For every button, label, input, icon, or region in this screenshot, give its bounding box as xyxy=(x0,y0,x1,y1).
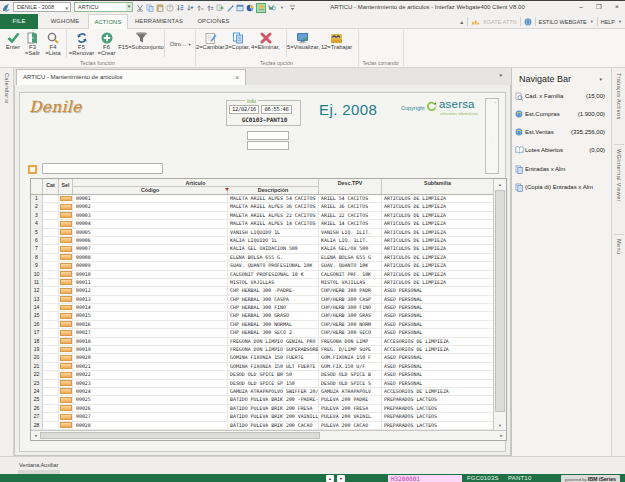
cell-desctpv[interactable]: CHP/HERB 300 SECO xyxy=(319,329,382,336)
edit-tools-icon[interactable] xyxy=(226,3,234,12)
filter-input[interactable] xyxy=(42,163,163,174)
ribbon-button-f3-salir[interactable]: F3 =Salir xyxy=(23,31,42,57)
sel-input[interactable] xyxy=(60,414,72,420)
command-combobox[interactable]: ARTICU ▼ xyxy=(74,2,133,12)
sel-input[interactable] xyxy=(60,347,72,353)
cell-descripcion[interactable]: MALETA ARIEL ALPES 14 CACITOS xyxy=(228,220,319,227)
cell-cat[interactable] xyxy=(43,237,59,244)
table-row[interactable]: 2200022DESOD OLD SPICE BR 50DESOD OLD SP… xyxy=(31,371,493,379)
cell-sel[interactable] xyxy=(59,321,73,328)
chevron-down-icon[interactable]: ▼ xyxy=(599,77,603,82)
cell-codigo[interactable]: 00026 xyxy=(73,405,228,412)
cell-subfamilia[interactable]: ASEO PERSONAL xyxy=(382,321,493,328)
column-header-subfamilia[interactable]: Subfamilia xyxy=(382,179,493,194)
cell-cat[interactable] xyxy=(43,262,59,269)
cell-sel[interactable] xyxy=(59,262,73,269)
ribbon-button-f15-subconjunto[interactable]: F15=Subconjunto xyxy=(118,31,164,51)
column-header-sel[interactable]: Sel xyxy=(59,179,73,194)
cell-descripcion[interactable]: SUAV. QUANTO PROFESIONAL 10K xyxy=(228,262,319,269)
status-down-button[interactable]: ▼ xyxy=(337,475,345,482)
cell-sel[interactable] xyxy=(59,296,73,303)
cell-desctpv[interactable]: GOM.FIX.150 U/F xyxy=(319,363,382,370)
cell-desctpv[interactable]: CHP/HERB 300 GRAS xyxy=(319,312,382,319)
cell-sel[interactable] xyxy=(59,287,73,294)
close-button[interactable]: × xyxy=(611,2,623,12)
cell-sel[interactable] xyxy=(59,271,73,278)
table-row[interactable]: 900009SUAV. QUANTO PROFESIONAL 10KSUAV. … xyxy=(31,262,493,270)
attn-icon[interactable] xyxy=(471,18,480,25)
sel-input[interactable] xyxy=(60,246,72,252)
cell-subfamilia[interactable]: ARTICULOS DE LIMPIEZA xyxy=(382,237,493,244)
cell-subfamilia[interactable]: PREPARADOS LACTEOS xyxy=(382,422,493,429)
dock-tab-calendario[interactable]: Calendario xyxy=(4,73,10,104)
cell-sel[interactable] xyxy=(59,245,73,252)
cell-cat[interactable] xyxy=(43,354,59,361)
cell-codigo[interactable]: 00025 xyxy=(73,396,228,403)
cell-desctpv[interactable]: CHP/HERB 300 NORM xyxy=(319,321,382,328)
cell-codigo[interactable]: 00023 xyxy=(73,380,228,387)
cell-cat[interactable] xyxy=(43,363,59,370)
cell-codigo[interactable]: 00012 xyxy=(73,287,228,294)
table-row[interactable]: 1000010CALGONIT PROFESIONAL 10 KCALGONIT… xyxy=(31,271,493,279)
cell-sel[interactable] xyxy=(59,220,73,227)
cell-subfamilia[interactable]: ARTICULOS DE LIMPIEZA xyxy=(382,203,493,210)
nav-item-lotes-abiertos[interactable]: Lotes Abiertos (0,00) xyxy=(515,145,609,157)
cell-descripcion[interactable]: KALIA GEL OXIDACION 500 xyxy=(228,245,319,252)
sel-input[interactable] xyxy=(60,221,72,227)
minimize-button[interactable]: – xyxy=(575,2,587,12)
table-row[interactable]: 1700017CHP HERBAL 300 SECO 2CHP/HERB 300… xyxy=(31,329,493,337)
sel-input[interactable] xyxy=(60,279,72,285)
cell-desctpv[interactable]: CHP/HERB 300 CASP xyxy=(319,296,382,303)
move-up-lines-icon[interactable] xyxy=(206,3,214,12)
close-icon[interactable]: × xyxy=(235,70,239,85)
cell-codigo[interactable]: 00002 xyxy=(73,203,228,210)
cell-descripcion[interactable]: FREGONA DON LIMPIO GENIAL PRO xyxy=(228,338,319,345)
cell-descripcion[interactable]: BATIDO PULEVA BRIK 200 VAINILLA xyxy=(228,413,319,420)
cell-subfamilia[interactable]: ARTICULOS DE LIMPIEZA xyxy=(382,220,493,227)
cell-codigo[interactable]: 00005 xyxy=(73,229,228,236)
cell-codigo[interactable]: 00019 xyxy=(73,346,228,353)
date-field[interactable]: 12/02/16 xyxy=(229,105,259,114)
cell-descripcion[interactable]: BATIDO PULEVA BRIK 200 CACAO xyxy=(228,422,319,429)
globe-icon[interactable] xyxy=(524,18,532,26)
chevron-down-icon[interactable]: ▼ xyxy=(65,5,69,13)
cell-codigo[interactable]: 00013 xyxy=(73,296,228,303)
filter-checkbox[interactable] xyxy=(28,165,37,174)
cell-subfamilia[interactable]: ASEO PERSONAL xyxy=(382,312,493,319)
cell-sel[interactable] xyxy=(59,380,73,387)
cell-codigo[interactable]: 00027 xyxy=(73,413,228,420)
nav-item-entradas-x-alm[interactable]: Entradas x Alm xyxy=(515,164,609,176)
cell-codigo[interactable]: 00028 xyxy=(73,422,228,429)
cell-cat[interactable] xyxy=(43,396,59,403)
cell-descripcion[interactable]: CHP HERBAL 300 NORMAL xyxy=(228,321,319,328)
cell-descripcion[interactable]: MALETA ARIEL ALPES 36 CACITOS xyxy=(228,203,319,210)
ribbon-button-otro[interactable]: Otro... ▼ xyxy=(167,38,194,50)
cell-cat[interactable] xyxy=(43,413,59,420)
cell-desctpv[interactable]: CHP/HERB 300 PADR xyxy=(319,287,382,294)
cell-sel[interactable] xyxy=(59,304,73,311)
cell-subfamilia[interactable]: ASEO PERSONAL xyxy=(382,296,493,303)
cell-cat[interactable] xyxy=(43,422,59,429)
cell-codigo[interactable]: 00003 xyxy=(73,212,228,219)
cell-desctpv[interactable]: KALIA GEL/OX 500 xyxy=(319,245,382,252)
cell-desctpv[interactable]: DESOD OLD SPICE B xyxy=(319,371,382,378)
tab-file[interactable]: FILE xyxy=(0,14,38,29)
cell-subfamilia[interactable]: ASEO PERSONAL xyxy=(382,304,493,311)
cell-cat[interactable] xyxy=(43,203,59,210)
column-header-codigo[interactable]: Código xyxy=(73,187,228,194)
help-icon[interactable]: ? xyxy=(166,3,174,12)
sel-input[interactable] xyxy=(60,330,72,336)
cell-subfamilia[interactable]: PREPARADOS LACTEOS xyxy=(382,405,493,412)
table-row[interactable]: 300003MALETA ARIEL ALPES 22 CACITOSARIEL… xyxy=(31,212,493,220)
dock-tab-wginternal-viewer[interactable]: WGInternal Viewer xyxy=(612,149,625,206)
column-header-cat[interactable]: Cat xyxy=(43,179,59,194)
sel-input[interactable] xyxy=(60,254,72,260)
sel-input[interactable] xyxy=(60,237,72,243)
nav-item-copia-entradas-x-alm[interactable]: (Copia di) Entradas x Alm xyxy=(515,182,609,194)
cell-desctpv[interactable]: CHP/HERB 300 FINO xyxy=(319,304,382,311)
ribbon-button-5-visualizar[interactable]: 5=Visualizar, xyxy=(287,31,318,51)
cell-desctpv[interactable]: PULEVA 200 CACAO xyxy=(319,422,382,429)
sel-input[interactable] xyxy=(60,263,72,269)
cell-descripcion[interactable]: MALETA ARIEL ALPES 54 CACITOS xyxy=(228,195,319,202)
column-header-desctpv[interactable]: Desc.TPV xyxy=(319,179,382,194)
